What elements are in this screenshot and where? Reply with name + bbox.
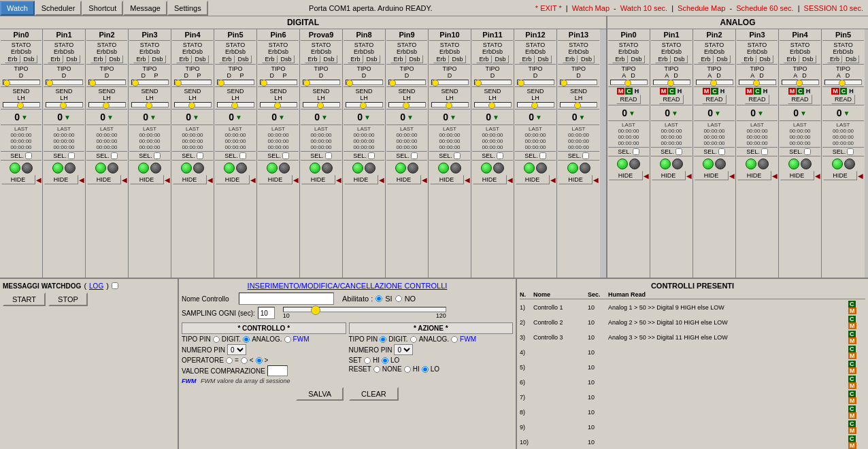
dsb-btn-12[interactable]: Dsb bbox=[535, 55, 552, 63]
dsb-btn-8[interactable]: Dsb bbox=[364, 55, 380, 63]
sampling-slider[interactable] bbox=[283, 307, 446, 312]
analog-hide-btn-4[interactable]: HIDE bbox=[780, 171, 814, 180]
chevron-down-7[interactable]: ▼ bbox=[321, 114, 328, 121]
analog-chevron-down-0[interactable]: ▼ bbox=[629, 110, 635, 117]
tipo-slider-7[interactable] bbox=[303, 80, 340, 85]
controllo-numero-pin-select[interactable]: 012345 bbox=[227, 344, 246, 355]
tab-message[interactable]: Message bbox=[123, 1, 167, 16]
sel-checkbox-11[interactable] bbox=[497, 152, 503, 159]
dsb-btn-9[interactable]: Dsb bbox=[407, 55, 423, 63]
analog-dsb-btn-2[interactable]: Dsb bbox=[714, 55, 731, 63]
op-eq-radio[interactable] bbox=[226, 357, 233, 364]
send-slider-6[interactable] bbox=[260, 102, 297, 107]
erb-btn-12[interactable]: Erb bbox=[519, 55, 534, 63]
send-slider-11[interactable] bbox=[474, 102, 512, 107]
chevron-down-5[interactable]: ▼ bbox=[235, 114, 242, 121]
send-slider-0[interactable] bbox=[3, 102, 40, 107]
schedule-map-link[interactable]: Schedule Map bbox=[678, 4, 725, 12]
send-slider-3[interactable] bbox=[131, 102, 169, 107]
hide-btn-4[interactable]: HIDE bbox=[173, 175, 207, 184]
controllo-c-badge-3[interactable]: C bbox=[848, 346, 856, 352]
send-slider-1[interactable] bbox=[46, 102, 83, 107]
abilitato-no-radio[interactable] bbox=[395, 295, 402, 302]
analog-sel-checkbox-3[interactable] bbox=[761, 148, 768, 155]
hide-btn-8[interactable]: HIDE bbox=[344, 175, 378, 184]
erb-btn-0[interactable]: Erb bbox=[5, 55, 20, 63]
controllo-c-badge-1[interactable]: C bbox=[848, 316, 856, 322]
controllo-c-badge-2[interactable]: C bbox=[848, 331, 856, 337]
dsb-btn-10[interactable]: Dsb bbox=[450, 55, 466, 63]
chevron-down-12[interactable]: ▼ bbox=[535, 114, 542, 121]
controllo-c-badge-7[interactable]: C bbox=[848, 405, 856, 412]
sel-checkbox-12[interactable] bbox=[539, 152, 546, 159]
analog-dsb-btn-1[interactable]: Dsb bbox=[671, 55, 688, 63]
hide-btn-0[interactable]: HIDE bbox=[1, 175, 35, 184]
analog-tipo-slider-0[interactable] bbox=[610, 80, 648, 85]
controllo-c-badge-9[interactable]: C bbox=[848, 435, 856, 442]
tipo-slider-10[interactable] bbox=[431, 80, 469, 85]
nome-controllo-input[interactable] bbox=[239, 293, 334, 305]
controllo-m-badge-6[interactable]: M bbox=[848, 397, 856, 404]
hide-btn-3[interactable]: HIDE bbox=[130, 175, 164, 184]
tipo-slider-4[interactable] bbox=[174, 80, 212, 85]
chevron-down-6[interactable]: ▼ bbox=[278, 114, 285, 121]
dsb-btn-7[interactable]: Dsb bbox=[321, 55, 337, 63]
watch-10-link[interactable]: Watch 10 sec. bbox=[620, 4, 667, 12]
chevron-down-0[interactable]: ▼ bbox=[21, 114, 28, 121]
sampling-input[interactable] bbox=[258, 307, 275, 319]
dsb-btn-5[interactable]: Dsb bbox=[235, 55, 252, 63]
tipo-slider-1[interactable] bbox=[46, 80, 83, 85]
analog-chevron-down-2[interactable]: ▼ bbox=[714, 110, 721, 117]
analog-erb-btn-4[interactable]: Erb bbox=[784, 55, 799, 63]
controllo-c-badge-4[interactable]: C bbox=[848, 361, 856, 367]
salva-button[interactable]: SALVA bbox=[296, 387, 344, 401]
analog-sel-checkbox-4[interactable] bbox=[804, 148, 811, 155]
analog-read-btn-3[interactable]: READ bbox=[745, 95, 769, 104]
controllo-c-badge-5[interactable]: C bbox=[848, 376, 856, 382]
sel-checkbox-4[interactable] bbox=[197, 152, 203, 159]
exit-link[interactable]: * EXIT * bbox=[535, 4, 562, 12]
tipo-slider-2[interactable] bbox=[88, 80, 126, 85]
sel-checkbox-1[interactable] bbox=[68, 152, 75, 159]
analog-tipo-slider-4[interactable] bbox=[782, 80, 819, 85]
sel-checkbox-8[interactable] bbox=[368, 152, 375, 159]
controllo-c-badge-6[interactable]: C bbox=[848, 390, 856, 397]
hide-btn-5[interactable]: HIDE bbox=[216, 175, 250, 184]
erb-btn-8[interactable]: Erb bbox=[348, 55, 363, 63]
inserimento-link[interactable]: INSERIMENTO/MODIFICA/CANCELLAZIONE CONTR… bbox=[248, 282, 448, 290]
erb-btn-4[interactable]: Erb bbox=[176, 55, 191, 63]
schedule-60-link[interactable]: Schedule 60 sec. bbox=[736, 4, 793, 12]
erb-btn-11[interactable]: Erb bbox=[476, 55, 491, 63]
dsb-btn-11[interactable]: Dsb bbox=[493, 55, 509, 63]
analog-dsb-btn-4[interactable]: Dsb bbox=[800, 55, 816, 63]
chevron-down-8[interactable]: ▼ bbox=[364, 114, 371, 121]
analog-read-btn-2[interactable]: READ bbox=[702, 95, 726, 104]
analog-read-btn-4[interactable]: READ bbox=[788, 95, 812, 104]
sel-checkbox-2[interactable] bbox=[111, 152, 118, 159]
watch-map-link[interactable]: Watch Map bbox=[572, 4, 610, 12]
dsb-btn-13[interactable]: Dsb bbox=[578, 55, 595, 63]
erb-btn-6[interactable]: Erb bbox=[262, 55, 277, 63]
tipo-slider-3[interactable] bbox=[131, 80, 169, 85]
log-link[interactable]: LOG bbox=[89, 282, 103, 290]
hide-btn-12[interactable]: HIDE bbox=[516, 175, 550, 184]
controllo-c-badge-8[interactable]: C bbox=[848, 420, 856, 427]
az-analog-radio[interactable] bbox=[410, 336, 417, 343]
chevron-down-1[interactable]: ▼ bbox=[64, 114, 71, 121]
analog-hide-btn-2[interactable]: HIDE bbox=[695, 171, 729, 180]
send-slider-7[interactable] bbox=[303, 102, 340, 107]
tipo-slider-9[interactable] bbox=[388, 80, 426, 85]
analog-erb-btn-2[interactable]: Erb bbox=[698, 55, 713, 63]
analog-read-btn-0[interactable]: READ bbox=[616, 95, 640, 104]
erb-btn-2[interactable]: Erb bbox=[90, 55, 105, 63]
dsb-btn-4[interactable]: Dsb bbox=[193, 55, 209, 63]
analog-sel-checkbox-0[interactable] bbox=[633, 148, 639, 155]
hide-btn-9[interactable]: HIDE bbox=[387, 175, 421, 184]
erb-btn-10[interactable]: Erb bbox=[433, 55, 448, 63]
analog-dsb-btn-3[interactable]: Dsb bbox=[757, 55, 773, 63]
analog-tipo-slider-1[interactable] bbox=[653, 80, 690, 85]
controllo-c-badge-0[interactable]: C bbox=[848, 301, 856, 307]
az-fwm-radio[interactable] bbox=[451, 336, 458, 343]
reset-hi-radio[interactable] bbox=[404, 366, 411, 373]
chevron-down-11[interactable]: ▼ bbox=[493, 114, 499, 121]
